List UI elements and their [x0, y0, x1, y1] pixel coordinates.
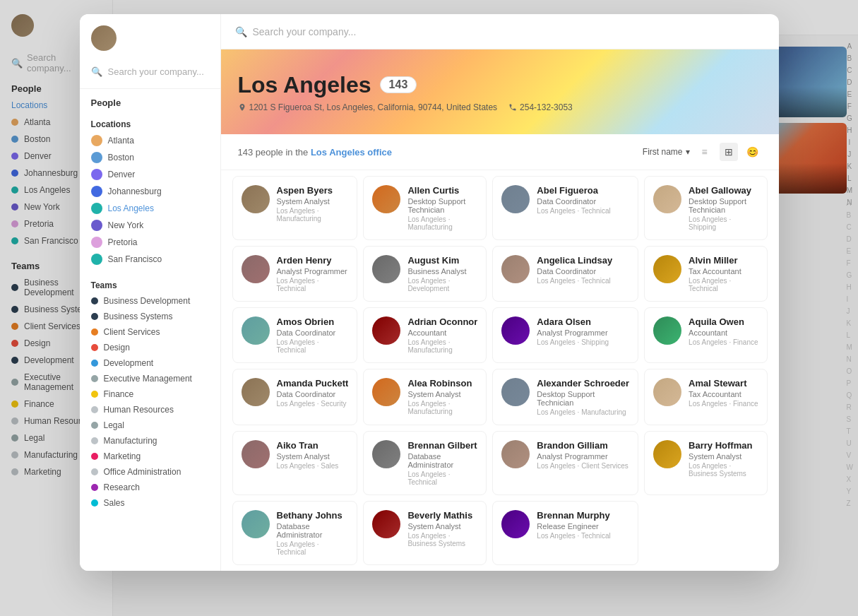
modal-location-item[interactable]: Pretoria [80, 234, 220, 251]
modal-team-item[interactable]: Legal [80, 417, 220, 433]
person-card[interactable]: Adrian Oconnor Accountant Los Angeles · … [363, 307, 487, 363]
person-name: Amos Obrien [277, 316, 349, 327]
person-avatar [372, 255, 400, 283]
person-location: Los Angeles · Technical [537, 207, 610, 215]
person-name: Brennan Murphy [537, 510, 610, 521]
modal-team-item[interactable]: Research [80, 480, 220, 495]
person-card[interactable]: Aiko Tran System Analyst Los Angeles · S… [232, 431, 358, 495]
person-card[interactable]: Beverly Mathis System Analyst Los Angele… [363, 501, 487, 565]
person-card[interactable]: Arden Henry Analyst Programmer Los Angel… [232, 246, 358, 302]
person-card[interactable]: Amanda Puckett Data Coordinator Los Ange… [232, 369, 358, 425]
person-name: Brennan Gilbert [407, 440, 477, 451]
person-card[interactable]: Brennan Murphy Release Engineer Los Ange… [492, 501, 638, 565]
person-role: Business Analyst [407, 267, 477, 276]
people-grid: Aspen Byers System Analyst Los Angeles ·… [221, 170, 779, 571]
person-card[interactable]: August Kim Business Analyst Los Angeles … [363, 246, 487, 302]
modal-location-item[interactable]: Atlanta [80, 132, 220, 149]
person-location: Los Angeles · Finance [689, 338, 758, 346]
modal-team-item[interactable]: Sales [80, 495, 220, 511]
modal-search-bar[interactable]: 🔍 Search your company... [80, 62, 220, 89]
modal-team-item[interactable]: Business Systems [80, 309, 220, 324]
modal-team-item[interactable]: Business Development [80, 293, 220, 309]
person-card[interactable]: Alvin Miller Tax Accountant Los Angeles … [644, 246, 767, 302]
modal-location-item[interactable]: Denver [80, 166, 220, 183]
modal-global-search[interactable]: 🔍 Search your company... [235, 26, 357, 37]
person-location: Los Angeles · Shipping [689, 215, 758, 231]
person-info: Brennan Gilbert Database Administrator L… [407, 440, 477, 486]
person-name: Adrian Oconnor [407, 316, 477, 327]
person-card[interactable]: Abel Galloway Desktop Support Technician… [644, 176, 767, 240]
person-info: Bethany Johns Database Administrator Los… [277, 510, 349, 556]
person-info: Amal Stewart Tax Accountant Los Angeles … [689, 378, 758, 408]
person-role: Database Administrator [407, 452, 477, 469]
person-card[interactable]: Barry Hoffman System Analyst Los Angeles… [644, 431, 767, 495]
person-role: Accountant [689, 328, 758, 337]
person-avatar [501, 255, 530, 283]
person-role: Data Coordinator [537, 267, 612, 276]
person-card[interactable]: Bethany Johns Database Administrator Los… [232, 501, 358, 565]
person-avatar [372, 510, 400, 538]
modal-team-item[interactable]: Executive Management [80, 371, 220, 386]
person-location: Los Angeles · Technical [277, 540, 349, 556]
person-info: Barry Hoffman System Analyst Los Angeles… [689, 440, 758, 478]
modal-location-item[interactable]: San Francisco [80, 251, 220, 268]
person-name: Arden Henry [277, 255, 349, 266]
person-name: Barry Hoffman [689, 440, 758, 451]
person-card[interactable]: Amos Obrien Data Coordinator Los Angeles… [232, 307, 358, 363]
person-card[interactable]: Brennan Gilbert Database Administrator L… [363, 431, 487, 495]
person-avatar [653, 316, 681, 345]
modal-team-item[interactable]: Development [80, 355, 220, 371]
modal-main: 🔍 Search your company... Los Angeles 143 [221, 14, 779, 571]
modal-team-item[interactable]: Client Services [80, 324, 220, 340]
person-name: Abel Figueroa [537, 185, 610, 196]
person-info: Amos Obrien Data Coordinator Los Angeles… [277, 316, 349, 354]
person-card[interactable]: Brandon Gilliam Analyst Programmer Los A… [492, 431, 638, 495]
person-card[interactable]: Adara Olsen Analyst Programmer Los Angel… [492, 307, 638, 363]
person-info: Aspen Byers System Analyst Los Angeles ·… [277, 185, 349, 223]
modal-team-item[interactable]: Manufacturing [80, 433, 220, 449]
person-name: Aiko Tran [277, 440, 339, 451]
person-card[interactable]: Amal Stewart Tax Accountant Los Angeles … [644, 369, 767, 425]
person-avatar [653, 255, 681, 283]
modal-team-item[interactable]: Office Administration [80, 464, 220, 480]
person-location: Los Angeles · Technical [407, 470, 477, 486]
list-view-button[interactable]: ≡ [696, 143, 714, 161]
person-info: Aquila Owen Accountant Los Angeles · Fin… [689, 316, 758, 346]
modal-location-item[interactable]: Boston [80, 149, 220, 166]
modal-team-item[interactable]: Finance [80, 386, 220, 402]
modal-city-address: 1201 S Figueroa St, Los Angeles, Califor… [238, 102, 762, 112]
person-info: Beverly Mathis System Analyst Los Angele… [407, 510, 477, 547]
person-name: Alexander Schroeder [537, 378, 629, 389]
person-card[interactable]: Allen Curtis Desktop Support Technician … [363, 176, 487, 240]
modal-location-item[interactable]: Johannesburg [80, 183, 220, 200]
person-card[interactable]: Alexander Schroeder Desktop Support Tech… [492, 369, 638, 425]
modal-location-item[interactable]: New York [80, 217, 220, 234]
person-location: Los Angeles · Security [277, 400, 349, 408]
person-location: Los Angeles · Manufacturing [537, 408, 629, 416]
modal-team-item[interactable]: Human Resources [80, 402, 220, 417]
person-location: Los Angeles · Technical [537, 277, 612, 285]
person-card[interactable]: Angelica Lindsay Data Coordinator Los An… [492, 246, 638, 302]
person-role: System Analyst [407, 390, 477, 398]
person-info: Brandon Gilliam Analyst Programmer Los A… [537, 440, 628, 470]
person-info: Angelica Lindsay Data Coordinator Los An… [537, 255, 612, 285]
modal-hero-content: Los Angeles 143 1201 S Figueroa St, Los … [221, 49, 779, 134]
modal-location-item[interactable]: Los Angeles [80, 200, 220, 217]
person-name: Aquila Owen [689, 316, 758, 327]
modal-team-item[interactable]: Marketing [80, 449, 220, 464]
person-card[interactable]: Alea Robinson System Analyst Los Angeles… [363, 369, 487, 425]
person-card[interactable]: Aspen Byers System Analyst Los Angeles ·… [232, 176, 358, 240]
more-options-button[interactable]: 😊 [744, 143, 762, 161]
modal-people-count: 143 people in the Los Angeles office [238, 147, 393, 158]
person-role: Data Coordinator [277, 328, 349, 337]
person-role: Release Engineer [537, 522, 610, 531]
modal-hero: Los Angeles 143 1201 S Figueroa St, Los … [221, 49, 779, 134]
person-avatar [501, 316, 530, 345]
modal-team-item[interactable]: Design [80, 340, 220, 355]
sort-dropdown[interactable]: First name ▾ [643, 147, 690, 157]
person-card[interactable]: Aquila Owen Accountant Los Angeles · Fin… [644, 307, 767, 363]
person-name: August Kim [407, 255, 477, 266]
person-card[interactable]: Abel Figueroa Data Coordinator Los Angel… [492, 176, 638, 240]
grid-view-button[interactable]: ⊞ [720, 143, 738, 161]
modal-locations-title: Locations [80, 112, 220, 132]
